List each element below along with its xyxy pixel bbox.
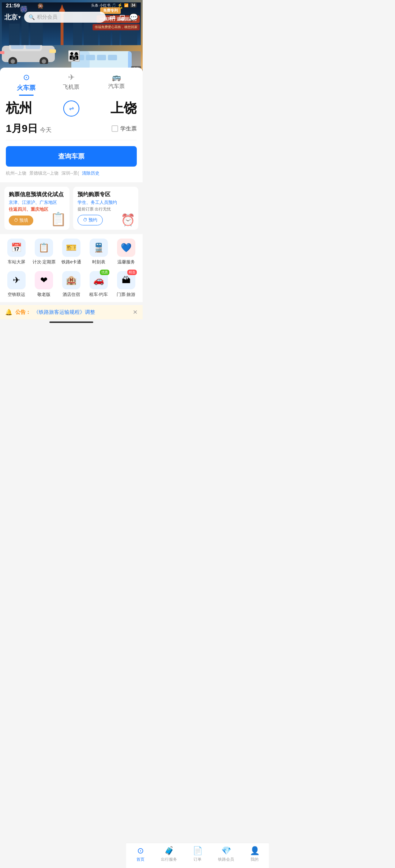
service-ecard[interactable]: 🎫 铁路e卡通 [59, 239, 84, 265]
ticket-tabs: ⊙ 火车票 ✈ 飞机票 🚌 汽车票 [0, 68, 143, 96]
hotel-label: 酒店住宿 [63, 292, 80, 298]
route-row: 杭州 ⇌ 上饶 [6, 99, 137, 117]
timetable-label: 时刻表 [92, 259, 105, 265]
warm-label: 温馨服务 [117, 259, 135, 265]
notice-speaker-icon: 🔔 [5, 309, 12, 316]
discount-badge: 优惠 [100, 270, 109, 275]
station-screen-label: 车站大屏 [8, 259, 25, 265]
svg-rect-19 [9, 24, 19, 45]
reserve-button[interactable]: ⏱ 预约 [78, 215, 103, 225]
service-elder[interactable]: ❤ 敬老版 [31, 271, 56, 298]
current-city: 北京 [4, 13, 18, 22]
tab-train[interactable]: ⊙ 火车票 [4, 68, 49, 96]
service-row-0: 📅 车站大屏 📋 计次·定期票 🎫 铁路e卡通 🚆 时刻表 💙 温馨服务 [3, 239, 140, 265]
prefill-button[interactable]: ⏱ 预填 [9, 216, 33, 225]
ecard-icon: 🎫 [62, 239, 80, 257]
date-desc: 今天 [40, 126, 52, 134]
qr-icon[interactable]: ⊡ [119, 13, 125, 22]
service-air-rail[interactable]: ✈ 空铁联运 [4, 271, 29, 298]
car-rental-icon: 🚗 优惠 [90, 271, 108, 289]
app-container: 🎆 [0, 0, 143, 354]
flight-tab-icon: ✈ [68, 73, 75, 82]
history-row: 杭州--上饶 景德镇北--上饶 深圳--景( 清除历史 [6, 170, 137, 176]
service-timetable[interactable]: 🚆 时刻表 [86, 239, 111, 265]
city-selector[interactable]: 北京 ▾ [4, 13, 20, 22]
timetable-icon: 🚆 [90, 239, 108, 257]
service-station-screen[interactable]: 📅 车站大屏 [4, 239, 29, 265]
message-icon[interactable]: 💬 [129, 13, 138, 22]
svg-rect-15 [97, 55, 106, 60]
tab-bus[interactable]: 🚌 汽车票 [94, 68, 139, 96]
ecard-label: 铁路e卡通 [61, 259, 82, 265]
status-bar: 21:59 头条 小红书 🎵 ⚡ 📶 34 [0, 0, 143, 10]
tab-flight-label: 飞机票 [63, 84, 79, 91]
promo-card-prefill[interactable]: 购票信息预填优化试点 京津、江浙沪、广东地区 往返四川、重庆地区 ⏱ 预填 📋 [4, 187, 69, 230]
search-placeholder: 积分会员 [37, 14, 57, 20]
promo-subtitle-1: 学生、务工人员预约 [78, 199, 134, 206]
hero-tagline2: 传福免费爱心高铁，橋您回家 [93, 24, 140, 30]
history-item-2[interactable]: 深圳--景( [61, 170, 79, 176]
svg-point-7 [42, 59, 46, 64]
travel-date: 1月9日 [6, 122, 38, 136]
history-item-0[interactable]: 杭州--上饶 [6, 170, 26, 176]
tab-flight[interactable]: ✈ 飞机票 [49, 68, 94, 96]
clear-history[interactable]: 清除历史 [82, 170, 99, 176]
city-chevron-icon: ▾ [18, 15, 20, 20]
svg-point-5 [11, 59, 15, 64]
to-station[interactable]: 上饶 [79, 99, 137, 117]
promo-card-reserve[interactable]: 预约购票专区 学生、务工人员预约 提前订票 出行无忧 ⏱ 预约 ⏰ [73, 187, 138, 230]
svg-rect-8 [49, 49, 56, 53]
service-grid: 📅 车站大屏 📋 计次·定期票 🎫 铁路e卡通 🚆 时刻表 💙 温馨服务 [0, 234, 143, 302]
swap-icon: ⇌ [69, 105, 74, 112]
air-rail-icon: ✈ [7, 271, 26, 289]
date-info[interactable]: 1月9日 今天 [6, 122, 52, 136]
status-icons: 头条 小红书 🎵 ⚡ 📶 34 [91, 3, 137, 8]
promo-subtitle-0: 京津、江浙沪、广东地区 [9, 199, 65, 206]
header-icons: ⇌ ⊡ 💬 [109, 13, 138, 22]
search-button[interactable]: 查询车票 [6, 146, 137, 167]
header-bar: 北京 ▾ 🔍 积分会员 ⇌ ⊡ 💬 [0, 10, 143, 24]
bluetooth-icon: ⚡ [117, 3, 123, 8]
elder-label: 敬老版 [37, 292, 50, 298]
date-row: 1月9日 今天 学生票 [6, 122, 137, 140]
history-item-1[interactable]: 景德镇北--上饶 [29, 170, 59, 176]
selected-badge: 精选 [127, 270, 137, 275]
search-box[interactable]: 🔍 积分会员 [24, 12, 106, 23]
app-icons: 头条 小红书 🎵 [91, 3, 116, 8]
air-rail-label: 空铁联运 [8, 292, 25, 298]
service-warm[interactable]: 💙 温馨服务 [114, 239, 139, 265]
scan-icon[interactable]: ⇌ [109, 13, 116, 22]
svg-rect-14 [86, 55, 95, 60]
notice-text[interactable]: 《铁路旅客运输规程》调整 [34, 309, 130, 316]
from-station[interactable]: 杭州 [6, 99, 63, 117]
promo-illustration-0: 📋 [50, 212, 67, 227]
attractions-label: 门票·旅游 [117, 292, 135, 298]
elder-icon: ❤ [35, 271, 53, 289]
tab-bus-label: 汽车票 [108, 83, 125, 90]
promo-title-1: 预约购票专区 [78, 191, 134, 198]
car-rental-label: 租车·约车 [89, 292, 108, 298]
periodic-ticket-label: 计次·定期票 [33, 259, 56, 265]
search-icon: 🔍 [29, 14, 35, 20]
bus-tab-icon: 🚌 [112, 73, 121, 81]
promo-desc-1: 提前订票 出行无忧 [78, 206, 134, 212]
student-checkbox[interactable] [112, 125, 118, 132]
swap-button[interactable]: ⇌ [63, 100, 79, 117]
service-periodic-ticket[interactable]: 📋 计次·定期票 [31, 239, 56, 265]
student-ticket-toggle[interactable]: 学生票 [112, 125, 137, 132]
notice-bar: 🔔 公告： 《铁路旅客运输规程》调整 ✕ [0, 305, 143, 319]
tab-train-label: 火车票 [17, 84, 35, 92]
service-hotel[interactable]: 🏨 酒店住宿 [59, 271, 84, 298]
service-attractions[interactable]: 🏔 精选 门票·旅游 [114, 271, 139, 298]
student-label: 学生票 [120, 125, 137, 132]
status-time: 21:59 [6, 2, 20, 8]
promo-section: 购票信息预填优化试点 京津、江浙沪、广东地区 往返四川、重庆地区 ⏱ 预填 📋 … [0, 182, 143, 234]
notice-close-icon[interactable]: ✕ [133, 309, 138, 316]
hotel-icon: 🏨 [62, 271, 80, 289]
svg-rect-9 [0, 51, 4, 54]
periodic-ticket-icon: 📋 [35, 239, 53, 257]
promo-illustration-1: ⏰ [121, 213, 135, 227]
service-car-rental[interactable]: 🚗 优惠 租车·约车 [86, 271, 111, 298]
people-silhouette: 👨‍👩‍👧 [68, 50, 80, 62]
service-row-1: ✈ 空铁联运 ❤ 敬老版 🏨 酒店住宿 🚗 优惠 租车·约车 🏔 [3, 271, 140, 298]
